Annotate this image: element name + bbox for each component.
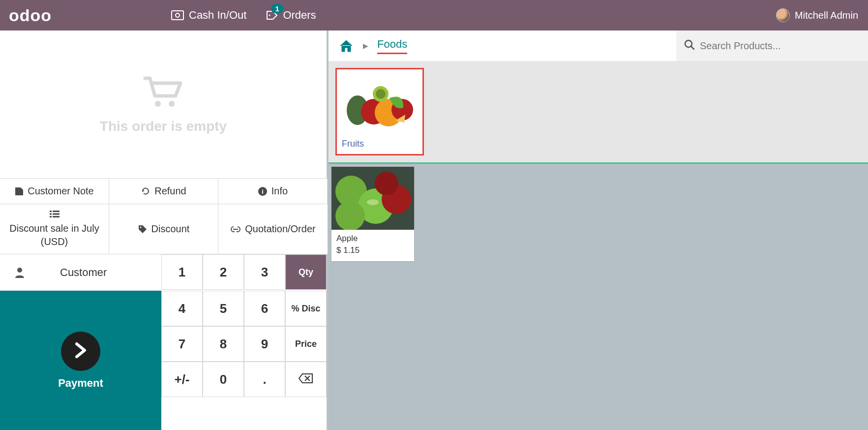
order-panel: This order is empty Customer Note Refund…	[0, 31, 329, 430]
breadcrumb-bar: ▶ Foods	[329, 31, 868, 61]
numkey-2[interactable]: 2	[203, 254, 244, 290]
numpad: 4 5 6 % Disc 7 8 9 Price +/- 0 .	[161, 291, 327, 430]
svg-rect-9	[53, 211, 60, 212]
person-icon	[15, 267, 25, 278]
svg-rect-13	[53, 216, 60, 217]
info-icon: i	[258, 186, 268, 196]
svg-point-4	[169, 101, 175, 107]
numkey-7[interactable]: 7	[161, 326, 203, 362]
category-strip: Fruits	[329, 61, 868, 164]
numkey-0[interactable]: 0	[203, 362, 244, 397]
orders-label: Orders	[283, 9, 316, 22]
product-area: Apple $ 1.15	[329, 164, 868, 264]
category-label: Fruits	[337, 136, 422, 154]
payment-circle	[61, 332, 100, 371]
numkey-4[interactable]: 4	[161, 291, 203, 326]
note-icon	[15, 187, 24, 196]
svg-rect-12	[50, 216, 52, 217]
pricetag-icon	[138, 224, 148, 234]
category-card-fruits[interactable]: Fruits	[335, 68, 424, 155]
mode-qty-button[interactable]: Qty	[285, 254, 327, 290]
svg-rect-10	[50, 213, 52, 215]
logo: odoo	[9, 6, 52, 25]
info-button[interactable]: i Info	[218, 179, 328, 204]
product-panel: ▶ Foods	[329, 31, 868, 430]
action-label: Customer Note	[28, 185, 94, 197]
chevron-right-icon	[74, 342, 88, 361]
search-box[interactable]	[676, 31, 868, 61]
header-center: Cash In/Out 1 Orders	[171, 9, 316, 22]
orders-badge: 1	[271, 4, 283, 13]
product-card-apple[interactable]: Apple $ 1.15	[331, 167, 414, 261]
svg-line-17	[691, 46, 694, 49]
numkey-3[interactable]: 3	[244, 254, 285, 290]
mode-price-button[interactable]: Price	[285, 326, 327, 362]
action-label: Discount sale in July (USD)	[5, 222, 104, 248]
customer-label: Customer	[60, 266, 107, 279]
action-label: Refund	[154, 185, 186, 197]
link-icon	[230, 226, 241, 233]
numpad-row1: 1 2 3 Qty	[161, 254, 327, 291]
category-image	[337, 69, 422, 136]
home-button[interactable]	[338, 39, 354, 53]
numkey-backspace[interactable]	[285, 362, 327, 397]
orders-button[interactable]: 1 Orders	[266, 9, 316, 22]
empty-order-text: This order is empty	[100, 119, 227, 134]
action-label: Info	[271, 185, 288, 197]
search-input[interactable]	[700, 40, 860, 52]
app-header: odoo Cash In/Out 1 Orders Mitchell Admin	[0, 0, 868, 31]
svg-rect-11	[53, 213, 60, 215]
undo-icon	[141, 186, 150, 196]
search-icon	[684, 39, 695, 52]
cash-in-out-button[interactable]: Cash In/Out	[171, 9, 246, 22]
numkey-6[interactable]: 6	[244, 291, 285, 326]
customer-note-button[interactable]: Customer Note	[0, 179, 109, 204]
numkey-9[interactable]: 9	[244, 326, 285, 362]
empty-order: This order is empty	[0, 31, 327, 178]
quotation-button[interactable]: Quotation/Order	[218, 204, 328, 254]
svg-text:i: i	[262, 188, 264, 195]
svg-point-30	[367, 199, 379, 205]
payment-button[interactable]: Payment	[0, 291, 161, 430]
numkey-1[interactable]: 1	[161, 254, 203, 290]
numkey-dot[interactable]: .	[244, 362, 285, 397]
product-image	[331, 167, 414, 230]
svg-rect-8	[50, 211, 52, 212]
svg-point-14	[140, 226, 141, 228]
list-icon	[50, 210, 60, 218]
svg-point-3	[155, 101, 161, 107]
product-price: $ 1.15	[331, 245, 414, 261]
numkey-8[interactable]: 8	[203, 326, 244, 362]
numkey-5[interactable]: 5	[203, 291, 244, 326]
cash-icon	[171, 10, 184, 20]
svg-point-2	[269, 15, 270, 16]
svg-rect-0	[172, 11, 183, 20]
backspace-icon	[299, 372, 313, 387]
mode-disc-button[interactable]: % Disc	[285, 291, 327, 326]
svg-point-29	[375, 172, 398, 195]
main: This order is empty Customer Note Refund…	[0, 31, 868, 430]
breadcrumb-separator: ▶	[363, 42, 368, 50]
svg-point-27	[335, 201, 365, 230]
action-label: Discount	[151, 222, 190, 236]
discount-sale-button[interactable]: Discount sale in July (USD)	[0, 204, 109, 254]
svg-point-1	[176, 13, 180, 17]
cart-icon	[141, 74, 185, 112]
refund-button[interactable]: Refund	[109, 179, 218, 204]
discount-button[interactable]: Discount	[109, 204, 218, 254]
payment-label: Payment	[58, 377, 103, 390]
breadcrumb-current[interactable]: Foods	[377, 38, 407, 54]
avatar	[776, 8, 790, 22]
username: Mitchell Admin	[795, 10, 858, 21]
bottom-area: Payment 4 5 6 % Disc 7 8 9 Price +/- 0 .	[0, 291, 327, 430]
svg-point-15	[17, 268, 22, 273]
product-name: Apple	[331, 230, 414, 245]
action-grid: Customer Note Refund i Info Di	[0, 178, 327, 254]
numkey-plusminus[interactable]: +/-	[161, 362, 203, 397]
action-label: Quotation/Order	[245, 222, 315, 236]
svg-point-23	[376, 89, 386, 99]
user-menu[interactable]: Mitchell Admin	[776, 8, 858, 22]
cash-label: Cash In/Out	[189, 9, 246, 22]
customer-button[interactable]: Customer	[0, 254, 161, 291]
